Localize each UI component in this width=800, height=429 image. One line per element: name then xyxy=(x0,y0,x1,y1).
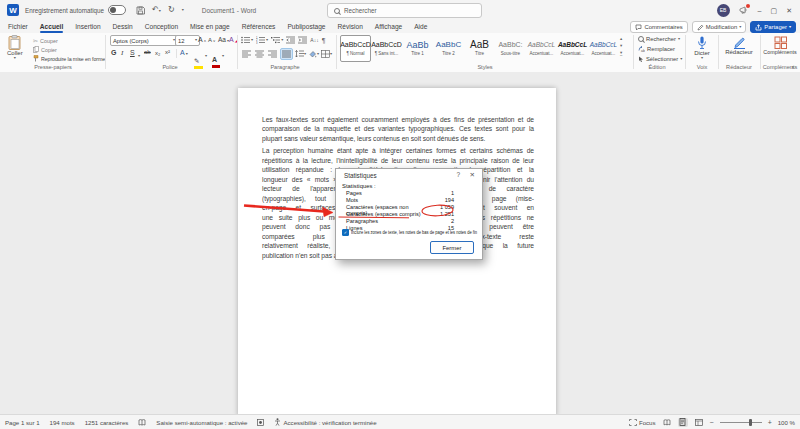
announcements-icon[interactable] xyxy=(739,5,749,15)
zoom-slider-knob[interactable] xyxy=(749,419,752,426)
line-spacing-button[interactable]: ▾ xyxy=(295,49,306,59)
multilevel-list-button[interactable]: ▾ xyxy=(271,36,283,44)
font-size-combo[interactable]: 12▾ xyxy=(175,35,200,46)
style-subtitle[interactable]: AaBbC: Sous-titre xyxy=(495,35,526,62)
collapse-ribbon-icon[interactable]: ∧ xyxy=(791,64,795,70)
increase-indent-button[interactable] xyxy=(298,36,307,44)
font-color-button[interactable]: A xyxy=(212,48,220,68)
text-effects-button[interactable]: A▾ xyxy=(180,49,188,56)
zoom-level[interactable]: 100 % xyxy=(778,419,795,426)
minimize-button[interactable]: – xyxy=(758,7,762,14)
style-emphasis-2[interactable]: AaBbCcL Accentuat... xyxy=(557,35,588,62)
align-center-button[interactable] xyxy=(254,49,265,59)
tab-insertion[interactable]: Insertion xyxy=(69,21,106,33)
underline-options-icon[interactable]: ▾ xyxy=(138,54,140,58)
page-indicator[interactable]: Page 1 sur 1 xyxy=(5,419,40,426)
style-heading2[interactable]: AaBbC Titre 2 xyxy=(433,35,464,62)
styles-dialog-launcher[interactable] xyxy=(624,64,630,70)
share-button[interactable]: Partager ▾ xyxy=(750,21,796,33)
tab-revision[interactable]: Révision xyxy=(332,21,369,33)
read-mode-icon[interactable] xyxy=(662,418,672,427)
undo-icon[interactable]: ↶▾ xyxy=(152,6,161,14)
styles-scroll-up-icon[interactable]: ▴ xyxy=(620,36,622,41)
dialog-help-button[interactable]: ? xyxy=(456,171,460,178)
format-painter-button[interactable]: Reproduire la mise en forme xyxy=(33,55,105,62)
dialog-close-icon[interactable]: ✕ xyxy=(470,171,475,179)
underline-button[interactable]: S xyxy=(130,49,135,56)
bullet-list-button[interactable]: ▾ xyxy=(241,36,253,44)
autosave-toggle[interactable] xyxy=(108,5,126,15)
tab-accueil[interactable]: Accueil xyxy=(34,21,69,33)
maximize-button[interactable]: ▢ xyxy=(771,7,778,14)
accessibility-status[interactable]: Accessibilité : vérification terminée xyxy=(274,418,376,426)
style-normal[interactable]: AaBbCcD ¶ Normal xyxy=(340,35,371,62)
autocomplete-status[interactable]: Saisie semi-automatique : activée xyxy=(156,419,247,426)
search-input[interactable]: Rechercher xyxy=(327,3,482,18)
editor-button[interactable]: Rédacteur xyxy=(722,36,756,55)
focus-mode-button[interactable]: Focus xyxy=(629,419,656,426)
borders-button[interactable]: ▾ xyxy=(321,49,332,59)
clipboard-dialog-launcher[interactable] xyxy=(97,64,103,70)
tab-fichier[interactable]: Fichier xyxy=(2,21,34,33)
style-emphasis-1[interactable]: AaBbCcL Accentuat... xyxy=(526,35,557,62)
strikethrough-button[interactable]: ab xyxy=(144,49,151,55)
close-button[interactable]: ✕ xyxy=(786,7,792,14)
comments-button[interactable]: Commentaires xyxy=(630,21,687,33)
justify-button[interactable] xyxy=(280,48,293,60)
highlight-options-icon[interactable]: ▾ xyxy=(205,54,207,58)
tab-affichage[interactable]: Affichage xyxy=(369,21,408,33)
tab-aide[interactable]: Aide xyxy=(408,21,433,33)
subscript-button[interactable]: x₂ xyxy=(155,50,160,56)
replace-button[interactable]: ab Remplacer xyxy=(638,46,675,52)
shrink-font-button[interactable]: A˅ xyxy=(208,37,215,43)
bold-button[interactable]: G xyxy=(111,49,116,56)
macro-icon[interactable] xyxy=(257,419,264,426)
avatar[interactable]: EB xyxy=(717,4,730,17)
word-count[interactable]: 194 mots xyxy=(50,419,75,426)
cut-button[interactable]: ✂ Couper xyxy=(33,37,58,44)
zoom-out-button[interactable]: − xyxy=(710,419,714,426)
font-name-combo[interactable]: Aptos (Corps)▾ xyxy=(110,35,178,46)
find-button[interactable]: Rechercher▾ xyxy=(638,36,680,42)
dictate-button[interactable]: Dicter ▾ xyxy=(690,36,714,60)
font-color-options-icon[interactable]: ▾ xyxy=(222,54,224,58)
qat-customize-icon[interactable]: ▾ xyxy=(182,8,184,12)
paragraph-dialog-launcher[interactable] xyxy=(326,64,332,70)
char-count[interactable]: 1251 caractères xyxy=(85,419,129,426)
tab-publipostage[interactable]: Publipostage xyxy=(281,21,331,33)
styles-scroll-down-icon[interactable]: ▾ xyxy=(620,43,622,48)
proofing-book-icon[interactable] xyxy=(138,419,146,426)
font-dialog-launcher[interactable] xyxy=(228,64,234,70)
web-layout-icon[interactable] xyxy=(694,418,704,427)
editing-mode-button[interactable]: Modification ▾ xyxy=(692,21,747,33)
zoom-slider[interactable] xyxy=(720,419,762,426)
save-icon[interactable] xyxy=(136,6,145,15)
zoom-in-button[interactable]: + xyxy=(768,419,772,426)
print-layout-icon[interactable] xyxy=(678,418,688,427)
italic-button[interactable]: I xyxy=(121,49,123,57)
redo-icon[interactable]: ↻ xyxy=(168,6,175,14)
fermer-button[interactable]: Fermer xyxy=(430,241,474,254)
tab-mise-en-page[interactable]: Mise en page xyxy=(184,21,236,33)
include-textboxes-checkbox[interactable]: ✓ xyxy=(342,229,349,236)
pilcrow-button[interactable]: ¶ xyxy=(322,37,326,44)
paste-button[interactable]: Coller ▾ xyxy=(7,35,23,60)
copy-button[interactable]: Copier xyxy=(33,46,57,53)
style-emphasis-3[interactable]: AaBbCcL Accentuat... xyxy=(588,35,619,62)
tab-conception[interactable]: Conception xyxy=(139,21,184,33)
decrease-indent-button[interactable] xyxy=(286,36,295,44)
paragraph-1[interactable]: Les faux-textes sont également courammen… xyxy=(262,115,534,143)
align-left-button[interactable] xyxy=(241,49,252,59)
addins-button[interactable]: Compléments xyxy=(762,36,798,55)
superscript-button[interactable]: x² xyxy=(165,49,170,55)
sort-button[interactable]: A↓↓ xyxy=(310,37,318,43)
shading-button[interactable]: ▾ xyxy=(308,49,319,59)
select-button[interactable]: Sélectionner▾ xyxy=(638,56,682,62)
style-title[interactable]: AaB Titre xyxy=(464,35,495,62)
style-no-spacing[interactable]: AaBbCcD ¶ Sans int... xyxy=(371,35,402,62)
tab-references[interactable]: Références xyxy=(236,21,282,33)
change-case-button[interactable]: Aa▾ xyxy=(218,36,229,43)
grow-font-button[interactable]: A˄ xyxy=(198,36,206,43)
style-heading1[interactable]: AaBb Titre 1 xyxy=(402,35,433,62)
styles-gallery-more-icon[interactable]: ▾̲ xyxy=(620,50,622,55)
